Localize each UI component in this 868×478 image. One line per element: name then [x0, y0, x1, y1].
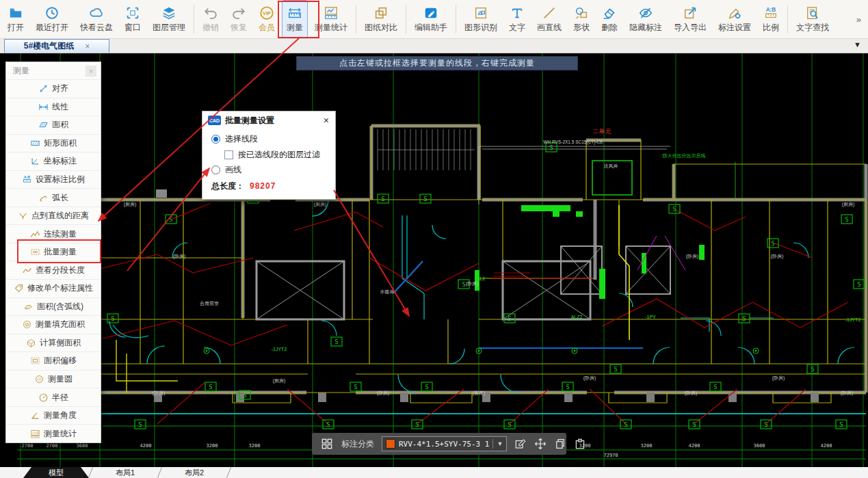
- measure-panel-item-arc[interactable]: 弧长: [6, 188, 101, 207]
- toolbar-button-compare[interactable]: 图纸对比: [360, 0, 402, 38]
- measure-panel-item-coord[interactable]: 坐标标注: [6, 152, 101, 170]
- toolbar-button-undo[interactable]: 撤销: [198, 0, 224, 38]
- svg-text:VIP: VIP: [263, 10, 271, 16]
- category-dropdown[interactable]: RVV-4*1.5+SYV-75-3 1 ▼: [382, 436, 507, 451]
- edit-annotation-icon[interactable]: [514, 437, 527, 451]
- dropdown-value: RVV-4*1.5+SYV-75-3 1: [399, 440, 489, 449]
- measure-panel-item-linear[interactable]: 线性: [6, 98, 101, 116]
- drawing-text-label: ALZ2: [571, 315, 583, 319]
- measure-panel-item-batch[interactable]: 批量测量: [6, 243, 101, 261]
- toolbar-button-label: 编辑助手: [415, 22, 447, 34]
- svg-text:S: S: [845, 216, 848, 223]
- radio-on-icon[interactable]: [211, 135, 220, 144]
- category-grid-icon[interactable]: [320, 437, 334, 451]
- area-icon: [38, 120, 49, 130]
- measure-panel-item-stats[interactable]: 测量统计: [6, 424, 101, 442]
- measure-panel-item-modify[interactable]: 修改单个标注属性: [6, 279, 101, 297]
- toolbar-button-text[interactable]: 文字: [504, 0, 530, 38]
- measure-panel-item-angle[interactable]: 测量角度: [6, 406, 101, 425]
- layout-tab-model[interactable]: 模型: [23, 467, 89, 478]
- measure-panel-item-side-area[interactable]: 计算侧面积: [6, 334, 101, 352]
- drawing-text-label: (卧房): [173, 254, 186, 259]
- toolbar-button-recent[interactable]: 最近打开: [31, 0, 73, 38]
- toolbar-overflow-icon[interactable]: »: [852, 0, 865, 38]
- svg-text:S: S: [423, 196, 427, 202]
- checkbox-layer-filter[interactable]: 按已选线段的图层过滤: [224, 147, 328, 162]
- checkbox-icon[interactable]: [224, 150, 233, 159]
- measure-item-label: 测量统计: [44, 428, 77, 440]
- toolbar-button-draw-line[interactable]: 画直线: [532, 0, 566, 38]
- cad-canvas-area[interactable]: SSSSSSSSSSSSSSSSSSSSSSSSSSSSSSSSSS 27002…: [0, 53, 868, 467]
- rect-area-icon: [30, 138, 40, 148]
- dialog-close-icon[interactable]: ×: [324, 116, 329, 125]
- document-tab[interactable]: 5#楼电气图纸 ×: [4, 39, 109, 53]
- toolbar-button-import-export[interactable]: 导入导出: [669, 0, 711, 38]
- toolbar-button-assistant[interactable]: 编辑助手: [410, 0, 452, 38]
- toolbar-button-hide-annotation[interactable]: 隐藏标注: [624, 0, 667, 38]
- measure-item-label: 半径: [52, 392, 68, 403]
- radio-draw-line[interactable]: 画线: [211, 162, 328, 178]
- total-length-value: 98207: [250, 181, 276, 191]
- radio-select-segments[interactable]: 选择线段: [211, 131, 328, 147]
- dropdown-caret-icon[interactable]: ▼: [497, 440, 503, 447]
- vip-icon: VIP: [259, 5, 274, 21]
- toolbar-button-recognize[interactable]: 图形识别: [460, 0, 502, 38]
- panel-close-icon[interactable]: ×: [86, 66, 96, 77]
- measure-item-label: 面积(含弧线): [37, 301, 83, 313]
- drawing-text-label: (卧房): [685, 390, 698, 396]
- measure-item-label: 线性: [52, 101, 68, 113]
- dialog-titlebar[interactable]: CAD 批量测量设置 ×: [202, 111, 335, 129]
- svg-text:S: S: [672, 206, 676, 213]
- measure-item-label: 设置标注比例: [36, 174, 85, 185]
- drawing-text-label: (卧房): [377, 390, 390, 396]
- fill-area-icon: [22, 319, 32, 330]
- toolbar-button-delete[interactable]: 删除: [596, 0, 622, 38]
- dimension-label: 3200: [641, 443, 653, 449]
- side-area-icon: [26, 338, 36, 348]
- toolbar-button-vip[interactable]: VIP会员: [254, 0, 280, 38]
- tabbar-overflow-icon[interactable]: ▼: [854, 40, 861, 49]
- layout-tab-layout2[interactable]: 布局2: [161, 467, 227, 478]
- measure-panel-item-pt-line[interactable]: 点到直线的距离: [6, 207, 101, 225]
- toolbar-button-find-text[interactable]: 文字查找: [791, 0, 834, 38]
- toolbar-button-scale[interactable]: A:B比例: [758, 0, 784, 38]
- measure-panel-item-segment[interactable]: 查看分段长度: [6, 261, 101, 279]
- main-toolbar: 打开最近打开快看云盘窗口图层管理撤销恢复VIP会员测量测量统计图纸对比编辑助手图…: [0, 0, 868, 39]
- svg-text:S: S: [614, 366, 617, 373]
- measure-panel-item-radius[interactable]: 半径: [6, 388, 101, 406]
- toolbar-button-shape[interactable]: 形状: [568, 0, 594, 38]
- toolbar-button-layers[interactable]: 图层管理: [148, 0, 190, 38]
- yellow-pipes: [116, 205, 629, 393]
- hint-text: 点击左键或拉框选择要测量的线段，右键完成测量: [339, 57, 535, 69]
- measure-panel-item-rect-area[interactable]: 矩形面积: [6, 134, 101, 152]
- measure-panel-item-align[interactable]: 对齐: [6, 79, 101, 98]
- measure-panel-item-area[interactable]: 面积: [6, 116, 101, 134]
- toolbar-button-cloud[interactable]: 快看云盘: [75, 0, 118, 38]
- measure-panel-item-fill-area[interactable]: 测量填充面积: [6, 315, 101, 334]
- radio-select-label: 选择线段: [225, 133, 258, 145]
- tab-close-icon[interactable]: ×: [85, 42, 90, 51]
- toolbar-button-measure-stats[interactable]: 测量统计: [310, 0, 352, 38]
- cad-drawing[interactable]: SSSSSSSSSSSSSSSSSSSSSSSSSSSSSSSSSS 27002…: [0, 53, 868, 467]
- toolbar-button-label: 标注设置: [718, 22, 751, 34]
- toolbar-separator: [787, 5, 788, 34]
- toolbar-button-window[interactable]: 窗口: [120, 0, 146, 38]
- radio-off-icon[interactable]: [211, 165, 220, 174]
- measure-item-label: 测量角度: [44, 410, 77, 421]
- measure-panel-item-continuous[interactable]: 连续测量: [6, 224, 101, 243]
- dimension-label: 3600: [754, 443, 765, 449]
- measure-panel-item-offset[interactable]: 面积偏移: [6, 351, 101, 370]
- copy-icon[interactable]: [554, 437, 566, 451]
- toolbar-button-annotation-settings[interactable]: 标注设置: [713, 0, 756, 38]
- switch-symbols: SSSSSSSSSSSSSSSSSSSSSSSSSSSSSSSSSS: [22, 136, 865, 429]
- toolbar-button-redo[interactable]: 恢复: [226, 0, 252, 38]
- move-icon[interactable]: [534, 437, 547, 451]
- measure-panel-item-scale-set[interactable]: A:B设置标注比例: [6, 170, 101, 189]
- toolbar-button-label: 最近打开: [36, 22, 68, 34]
- measure-panel-item-circle[interactable]: 测量圆: [6, 370, 101, 388]
- layout-tab-layout1[interactable]: 布局1: [92, 467, 158, 478]
- paste-icon[interactable]: [574, 437, 586, 451]
- toolbar-button-measure[interactable]: 测量: [282, 0, 308, 38]
- toolbar-button-open[interactable]: 打开: [3, 0, 29, 38]
- measure-panel-item-area-arc[interactable]: 面积(含弧线): [6, 297, 101, 316]
